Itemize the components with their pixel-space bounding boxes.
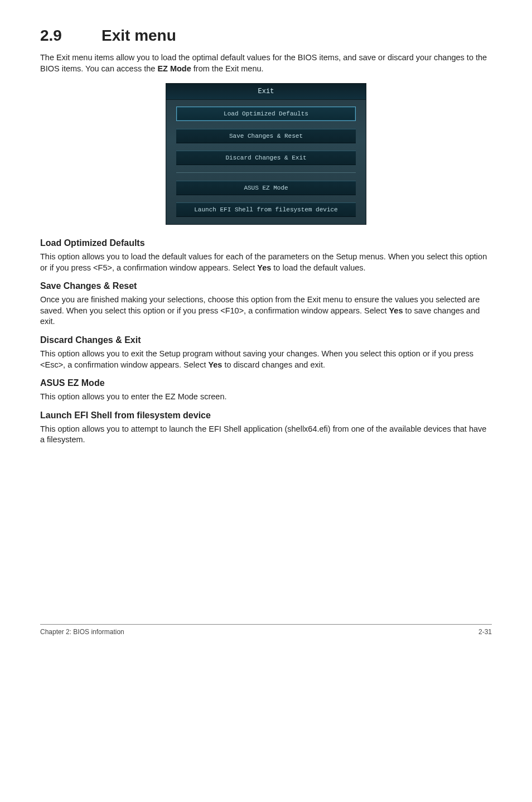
load-defaults-heading: Load Optimized Defaults: [40, 238, 492, 248]
load-defaults-button[interactable]: Load Optimized Defaults: [176, 107, 356, 121]
section-heading: 2.9Exit menu: [40, 27, 492, 45]
exit-menu-body: Load Optimized Defaults Save Changes & R…: [166, 100, 366, 216]
exit-menu-divider: [176, 172, 356, 173]
load-defaults-paragraph: This option allows you to load the defau…: [40, 252, 492, 273]
intro-post: from the Exit menu.: [191, 64, 264, 73]
ez-mode-button[interactable]: ASUS EZ Mode: [176, 181, 356, 195]
intro-paragraph: The Exit menu items allow you to load th…: [40, 52, 492, 74]
exit-menu-panel: Exit Load Optimized Defaults Save Change…: [166, 83, 366, 225]
discard-bold: Yes: [208, 360, 222, 369]
load-post: to load the default values.: [271, 263, 365, 272]
section-number: 2.9: [40, 27, 101, 45]
page-footer: Chapter 2: BIOS information 2-31: [40, 624, 492, 636]
efi-shell-paragraph: This option allows you to attempt to lau…: [40, 424, 492, 446]
load-bold: Yes: [257, 263, 271, 272]
intro-pre: The Exit menu items allow you to load th…: [40, 53, 487, 73]
discard-post: to discard changes and exit.: [222, 360, 325, 369]
save-changes-paragraph: Once you are finished making your select…: [40, 294, 492, 327]
discard-changes-button[interactable]: Discard Changes & Exit: [176, 151, 356, 165]
efi-shell-heading: Launch EFI Shell from filesystem device: [40, 410, 492, 421]
discard-changes-heading: Discard Changes & Exit: [40, 335, 492, 345]
ez-mode-heading: ASUS EZ Mode: [40, 378, 492, 388]
section-title-text: Exit menu: [101, 27, 176, 44]
save-bold: Yes: [389, 306, 403, 315]
exit-menu-header: Exit: [166, 84, 366, 100]
footer-left: Chapter 2: BIOS information: [40, 628, 124, 636]
efi-shell-button[interactable]: Launch EFI Shell from filesystem device: [176, 202, 356, 216]
ez-mode-paragraph: This option allows you to enter the EZ M…: [40, 392, 492, 403]
intro-bold: EZ Mode: [157, 64, 191, 73]
save-changes-button[interactable]: Save Changes & Reset: [176, 129, 356, 143]
save-changes-heading: Save Changes & Reset: [40, 281, 492, 291]
footer-right: 2-31: [478, 628, 492, 636]
discard-changes-paragraph: This option allows you to exit the Setup…: [40, 349, 492, 370]
